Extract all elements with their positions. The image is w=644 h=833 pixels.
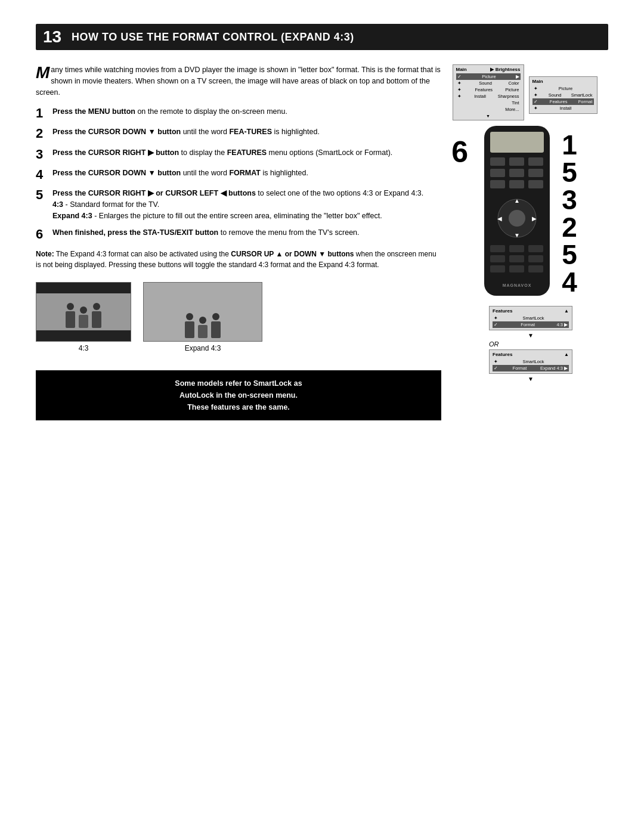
menu-screen-2: Main ✦Picture ✦SoundSmartLock ✓FeaturesF… <box>529 76 597 114</box>
photo-expand43: Expand 4:3 <box>143 282 262 352</box>
photo-43-box <box>36 282 131 342</box>
menu-2-row-features: ✓FeaturesFormat <box>532 98 594 105</box>
svg-text:MAGNAVOX: MAGNAVOX <box>503 283 532 287</box>
menu-row-sound: ✦SoundColor <box>456 80 521 86</box>
remote-svg: ▲ ▼ ◀ ▶ MAGNAVOX <box>472 123 562 302</box>
letterbox-effect <box>36 283 131 341</box>
person-body <box>198 325 208 338</box>
photo-43-label: 4:3 <box>36 344 131 352</box>
step-6-number: 6 <box>36 227 48 241</box>
step-1-text: Press the MENU button on the remote to d… <box>52 106 441 117</box>
menu-row-more: More... <box>456 106 521 113</box>
side-num-1: 1 <box>562 131 577 159</box>
menu-2-section: Main ✦Picture ✦SoundSmartLock ✓FeaturesF… <box>529 76 597 114</box>
step-1: 1 Press the MENU button on the remote to… <box>36 106 441 120</box>
svg-rect-18 <box>509 245 524 252</box>
person-body <box>79 315 88 328</box>
person-head <box>67 303 74 310</box>
people-group <box>144 283 262 341</box>
photo-expand43-box <box>143 282 262 342</box>
side-num-3: 3 <box>562 186 577 213</box>
menu-screen-1: Main ▶ Brightness ✓Picture▶ ✦SoundColor … <box>453 64 524 120</box>
svg-text:◀: ◀ <box>497 215 502 222</box>
svg-rect-5 <box>490 169 505 177</box>
step-5: 5 Press the CURSOR RIGHT ▶ or CURSOR LEF… <box>36 188 441 221</box>
menu-screen-4: Features ▲ ✦SmartLock ✓FormatExpand 4:3 … <box>489 349 572 374</box>
person-head <box>186 313 193 320</box>
svg-rect-6 <box>509 169 524 177</box>
page-number: 13 <box>43 27 64 47</box>
step-4-text: Press the CURSOR DOWN ▼ button until the… <box>52 168 441 179</box>
bottom-note-line3: These features are the same. <box>187 403 290 411</box>
bottom-note-line1: Some models refer to SmartLock as <box>175 379 302 388</box>
svg-text:▲: ▲ <box>514 197 520 204</box>
svg-rect-23 <box>490 265 505 272</box>
person-silhouette-5 <box>198 317 208 338</box>
page-title: How to Use the Format Control (Expand 4:… <box>72 31 354 44</box>
menu-row-picture: ✓Picture▶ <box>456 73 521 80</box>
person-head <box>212 313 219 320</box>
or-label: OR <box>489 340 572 348</box>
menu-3-row-smartlock: ✦SmartLock <box>493 315 569 321</box>
step-5-text: Press the CURSOR RIGHT ▶ or CURSOR LEFT … <box>52 188 441 221</box>
svg-rect-4 <box>528 157 543 166</box>
svg-point-12 <box>509 210 525 227</box>
person-silhouette-2 <box>79 306 88 328</box>
menu-3-row-format: ✓Format4:3 ▶ <box>493 321 569 328</box>
svg-rect-8 <box>490 180 505 188</box>
person-silhouette-6 <box>211 313 221 338</box>
menu-2-title: Main <box>532 79 594 84</box>
note-box: Note: The Expand 4:3 format can also be … <box>36 249 441 270</box>
menu-4-row-format: ✓FormatExpand 4:3 ▶ <box>493 365 569 371</box>
svg-rect-21 <box>509 255 524 262</box>
step-3-text: Press the CURSOR RIGHT ▶ button to displ… <box>52 147 441 159</box>
side-num-2: 5 <box>562 159 577 186</box>
right-column: Main ▶ Brightness ✓Picture▶ ✦SoundColor … <box>441 64 608 420</box>
menu-row-features: ✦FeaturesPicture <box>456 86 521 93</box>
person-head <box>80 306 87 314</box>
side-num-6: 4 <box>562 268 577 296</box>
intro-text: any times while watching movies from a D… <box>36 66 441 97</box>
person-silhouette-1 <box>66 303 75 328</box>
intro-paragraph: M any times while watching movies from a… <box>36 64 441 98</box>
svg-rect-3 <box>509 157 524 166</box>
person-body <box>66 311 75 328</box>
svg-rect-1 <box>490 132 544 153</box>
menu-2-row-sound: ✦SoundSmartLock <box>532 92 594 98</box>
content-area: M any times while watching movies from a… <box>36 64 608 420</box>
step-6: 6 When finished, press the STA-TUS/EXIT … <box>36 227 441 241</box>
photo-43: 4:3 <box>36 282 131 352</box>
person-body <box>92 311 101 328</box>
side-numbers: 1 5 3 2 5 4 <box>562 131 577 296</box>
step-3: 3 Press the CURSOR RIGHT ▶ button to dis… <box>36 147 441 162</box>
side-num-4: 2 <box>562 213 577 241</box>
svg-rect-25 <box>528 265 543 272</box>
photo-expand43-label: Expand 4:3 <box>143 344 262 352</box>
menu-down-arrow: ▼ <box>456 114 521 118</box>
down-arrow-indicator-2: ▼ <box>489 376 572 382</box>
bottom-note: Some models refer to SmartLock as AutoLo… <box>36 370 441 420</box>
step-4: 4 Press the CURSOR DOWN ▼ button until t… <box>36 168 441 182</box>
number-6: 6 <box>451 135 468 169</box>
menu-4-title: Features ▲ <box>493 352 569 357</box>
svg-rect-19 <box>528 245 543 252</box>
letterbox-content <box>36 293 131 330</box>
svg-rect-10 <box>528 180 543 188</box>
menu-screen-3: Features ▲ ✦SmartLock ✓Format4:3 ▶ <box>489 306 572 330</box>
person-body <box>211 321 221 338</box>
drop-cap: M <box>36 64 49 81</box>
svg-rect-7 <box>528 169 543 177</box>
step-2: 2 Press the CURSOR DOWN ▼ button until t… <box>36 126 441 141</box>
side-num-5: 5 <box>562 241 577 268</box>
menu-1-title: Main ▶ Brightness <box>456 67 521 72</box>
step-4-number: 4 <box>36 168 48 182</box>
left-column: M any times while watching movies from a… <box>36 64 441 420</box>
remote-wrapper: ▲ ▼ ◀ ▶ MAGNAVOX <box>472 123 562 304</box>
menu-row-tint: Tint <box>456 100 521 106</box>
step-2-text: Press the CURSOR DOWN ▼ button until the… <box>52 126 441 138</box>
remote-section: 6 <box>472 123 577 304</box>
step-1-number: 1 <box>36 106 48 120</box>
svg-rect-2 <box>490 157 505 166</box>
svg-rect-24 <box>509 265 524 272</box>
page-header: 13 How to Use the Format Control (Expand… <box>36 24 608 50</box>
